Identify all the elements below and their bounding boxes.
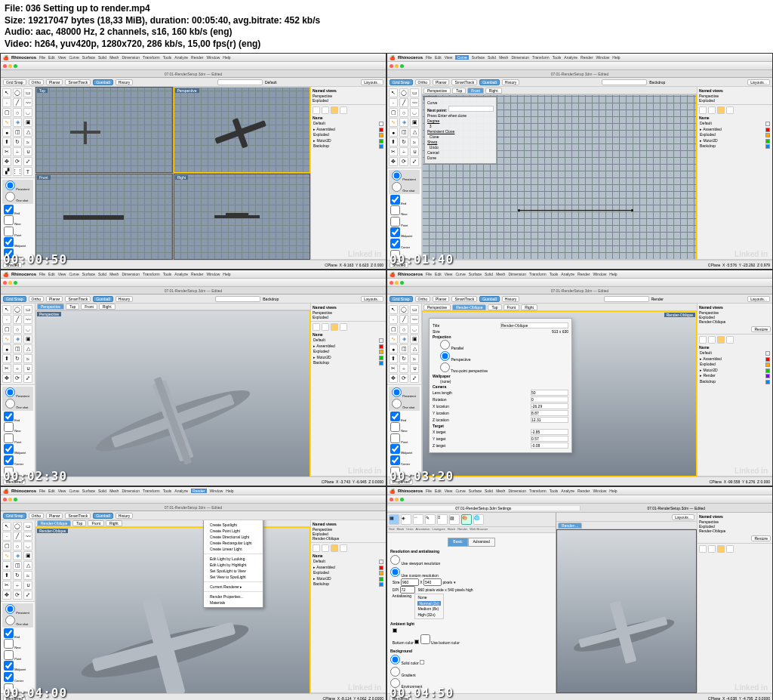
osnap-near[interactable]	[4, 215, 14, 225]
osnap-point[interactable]	[4, 227, 14, 236]
restore-button[interactable]: Restore	[751, 326, 771, 332]
arrow-icon[interactable]: ↖	[2, 88, 11, 97]
bg-solid-radio[interactable]	[390, 655, 400, 665]
y-target-input[interactable]	[531, 436, 568, 442]
menu-item[interactable]: Create Rectangular Light	[204, 540, 263, 546]
mesh-settings-icon[interactable]: ◈	[401, 514, 411, 525]
parallel-radio[interactable]	[440, 340, 450, 350]
menu-item[interactable]: Current Renderer ▸	[204, 584, 263, 590]
viewport-render-oblique[interactable]: Render-Oblique	[35, 527, 310, 693]
named-view-item[interactable]: Exploded	[313, 98, 384, 103]
box-select-icon[interactable]: ▭	[23, 88, 32, 97]
scale-icon[interactable]: ⤢	[23, 157, 32, 166]
title-input[interactable]	[500, 322, 568, 328]
viewport-right[interactable]: Right	[174, 174, 311, 260]
layer-row[interactable]: Default	[313, 121, 384, 127]
surface-icon[interactable]: ◈	[13, 118, 22, 127]
linetype-settings-icon[interactable]: ≡	[437, 514, 448, 525]
planar-button[interactable]: Planar	[46, 79, 63, 85]
text-icon[interactable]: T	[23, 167, 32, 176]
split-icon[interactable]: ÷	[13, 147, 22, 156]
close-icon[interactable]	[3, 64, 7, 68]
rect-icon[interactable]: ▢	[2, 108, 11, 117]
settings-tab[interactable]: 07.01-RenderSetup.3dm Settings	[387, 506, 581, 510]
minimize-icon[interactable]	[8, 64, 12, 68]
bg-gradient-radio[interactable]	[390, 667, 400, 677]
ortho-button[interactable]: Ortho	[29, 79, 45, 85]
width-input[interactable]	[401, 578, 419, 586]
menu-item[interactable]: Set SpotLight to View	[204, 568, 263, 574]
command-input[interactable]	[448, 106, 494, 112]
x-location-input[interactable]	[531, 403, 568, 409]
sphere-icon[interactable]: ●	[2, 128, 11, 137]
viewport-front[interactable]: Front Curve Next point: Press Enter when…	[422, 94, 697, 260]
join-icon[interactable]: ∪	[23, 147, 32, 156]
gumball-button[interactable]: Gumball	[93, 79, 113, 85]
document-tab[interactable]: 07.01-RenderSetup.3dm — Edited	[1, 70, 386, 78]
viewport-res-radio[interactable]	[390, 555, 400, 565]
rotation-input[interactable]	[531, 396, 568, 402]
grid-snap-button[interactable]: Grid Snap	[390, 79, 413, 85]
document-tab[interactable]: 07.01-RenderSetup.3dm — Edited	[581, 506, 773, 510]
oneshot-radio[interactable]	[5, 192, 15, 202]
cancel-button[interactable]: Cancel	[427, 150, 494, 155]
lens-input[interactable]	[531, 390, 568, 396]
viewport-perspective-rendered[interactable]: Perspective	[35, 310, 310, 476]
use-bottom-checkbox[interactable]	[420, 634, 430, 644]
persistent-radio[interactable]	[5, 180, 15, 190]
viewport-render-oblique[interactable]	[556, 529, 697, 693]
smarttrack-button[interactable]: SmartTrack	[65, 79, 91, 85]
layer-row[interactable]: Exploded	[313, 132, 384, 138]
menu-item[interactable]: Set View to SpotLight	[204, 574, 263, 580]
panel-icon[interactable]	[340, 106, 347, 114]
render-settings-icon[interactable]: 🎨	[461, 514, 472, 525]
lasso-icon[interactable]: ◯	[13, 88, 22, 97]
zoom-icon[interactable]	[14, 64, 17, 68]
menu-item[interactable]: Edit Light by Looking	[204, 556, 263, 562]
viewport-front[interactable]: Front	[35, 174, 173, 260]
menu-item[interactable]: Create Point Light	[204, 528, 263, 534]
basic-tab[interactable]: Basic	[448, 538, 467, 547]
render-menu-dropdown[interactable]: Shade Render Create Spotlight Create Poi…	[203, 520, 263, 608]
osnap-end[interactable]	[4, 205, 14, 214]
grid-settings-icon[interactable]: ▦	[389, 514, 399, 525]
line-icon[interactable]: ╱	[13, 98, 22, 107]
cylinder-icon[interactable]: ◫	[13, 128, 22, 137]
height-input[interactable]	[423, 578, 442, 586]
revolve-icon[interactable]: ↻	[13, 137, 22, 146]
arc-icon[interactable]: ◡	[23, 108, 32, 117]
y-location-input[interactable]	[531, 410, 568, 416]
viewport-perspective[interactable]: Perspective	[174, 87, 311, 173]
circle-icon[interactable]: ○	[13, 108, 22, 117]
restore-button[interactable]: Restore	[751, 535, 771, 541]
array-icon[interactable]: ⋮⋮	[13, 167, 22, 176]
sun-icon[interactable]	[331, 106, 338, 114]
units-settings-icon[interactable]: ↔	[413, 514, 423, 525]
menu-item[interactable]: Create Spotlight	[204, 522, 263, 528]
history-button[interactable]: History	[115, 79, 134, 85]
perspective-radio[interactable]	[440, 351, 450, 361]
layer-row[interactable]: ▸ Assembled	[313, 127, 384, 133]
move-icon[interactable]: ✥	[2, 157, 11, 166]
viewport-render-oblique[interactable]: Render-Oblique Title Size913 x 630 Proje…	[422, 311, 697, 476]
advanced-tab[interactable]: Advanced	[468, 538, 495, 547]
done-button[interactable]: Done	[427, 156, 494, 160]
menu-item[interactable]: Render Properties...	[204, 594, 263, 600]
cone-icon[interactable]: △	[23, 128, 32, 137]
display-icon[interactable]	[322, 106, 329, 114]
layer-dropdown[interactable]	[217, 79, 263, 85]
rotate-icon[interactable]: ⟳	[13, 157, 22, 166]
web-settings-icon[interactable]: 🌐	[473, 514, 484, 525]
viewport-top[interactable]: Top	[35, 87, 173, 173]
hatch-settings-icon[interactable]: ▨	[449, 514, 460, 525]
z-target-input[interactable]	[531, 443, 568, 449]
menu-item[interactable]: Create Linear Light	[204, 546, 263, 552]
menu-item[interactable]: Edit Light by Highlight	[204, 562, 263, 568]
dpi-input[interactable]	[400, 586, 415, 594]
trim-icon[interactable]: ✂	[2, 147, 11, 156]
z-location-input[interactable]	[531, 417, 568, 423]
layer-row[interactable]: ▸ Motor2D	[313, 138, 384, 144]
x-target-input[interactable]	[531, 429, 568, 435]
solid-icon[interactable]: ▣	[23, 118, 32, 127]
menu-item[interactable]: Create Directional Light	[204, 534, 263, 540]
